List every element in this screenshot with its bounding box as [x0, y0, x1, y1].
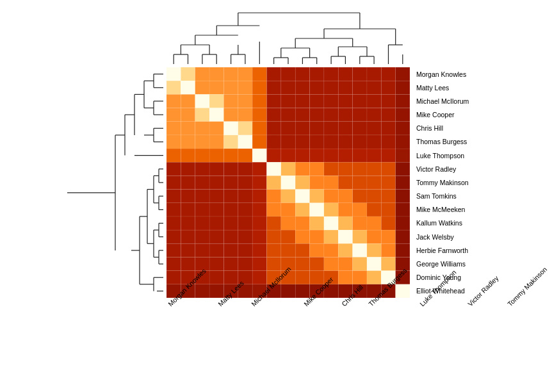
main-container: Morgan KnowlesMatty LeesMichael McIlorum… — [0, 0, 552, 392]
dendrogram-left — [64, 67, 166, 298]
x-label-wrapper: Matty Lees — [216, 300, 249, 392]
x-label-wrapper: Thomas Burgess — [367, 300, 418, 392]
chart-area: Morgan KnowlesMatty LeesMichael McIlorum… — [64, 6, 499, 378]
x-label-wrapper: Victor Radley — [466, 300, 506, 392]
y-label: Herbie Farnworth — [413, 243, 503, 257]
y-label: Jack Welsby — [413, 230, 503, 243]
x-label-wrapper: Tommy Makinson — [506, 300, 552, 392]
y-label: Mike McMeeken — [413, 203, 503, 216]
y-label: Mike Cooper — [413, 108, 503, 122]
y-label: Luke Thompson — [413, 149, 503, 162]
y-label: Morgan Knowles — [413, 67, 503, 81]
y-label: Michael McIlorum — [413, 94, 503, 108]
y-label: Chris Hill — [413, 122, 503, 135]
y-label: Thomas Burgess — [413, 135, 503, 149]
y-labels: Morgan KnowlesMatty LeesMichael McIlorum… — [413, 67, 503, 298]
x-label-wrapper: Chris Hill — [340, 300, 367, 392]
y-label: Sam Tomkins — [413, 190, 503, 203]
y-label: Kallum Watkins — [413, 216, 503, 230]
y-label: Tommy Makinson — [413, 176, 503, 189]
y-label: Matty Lees — [413, 81, 503, 94]
x-label-wrapper: Luke Thompson — [418, 300, 466, 392]
heatmap — [166, 67, 410, 298]
y-label: Victor Radley — [413, 162, 503, 176]
y-label: George Williams — [413, 257, 503, 270]
x-label: Tommy Makinson — [506, 265, 548, 307]
x-labels: Morgan KnowlesMatty LeesMichael McIlorum… — [166, 300, 410, 392]
dendrogram-top — [166, 6, 410, 67]
x-label-wrapper: Morgan Knowles — [166, 300, 216, 392]
x-label-wrapper: Michael McIlorum — [250, 300, 302, 392]
x-label-wrapper: Mike Cooper — [302, 300, 341, 392]
